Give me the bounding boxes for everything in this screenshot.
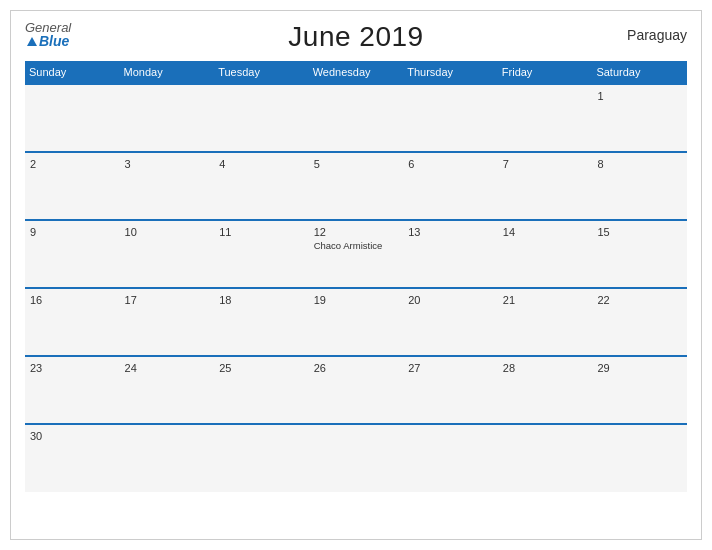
day-cell-1-6: 8	[592, 152, 687, 220]
day-cell-0-6: 1	[592, 84, 687, 152]
day-cell-3-1: 17	[120, 288, 215, 356]
day-number: 7	[503, 158, 588, 170]
day-cell-5-1	[120, 424, 215, 492]
day-cell-0-2	[214, 84, 309, 152]
day-cell-4-3: 26	[309, 356, 404, 424]
day-number: 5	[314, 158, 399, 170]
day-cell-3-0: 16	[25, 288, 120, 356]
day-cell-1-0: 2	[25, 152, 120, 220]
day-number: 29	[597, 362, 682, 374]
day-number: 24	[125, 362, 210, 374]
day-cell-2-5: 14	[498, 220, 593, 288]
day-cell-5-6	[592, 424, 687, 492]
day-number: 10	[125, 226, 210, 238]
day-cell-1-4: 6	[403, 152, 498, 220]
day-cell-4-1: 24	[120, 356, 215, 424]
header-wednesday: Wednesday	[309, 61, 404, 84]
day-number: 17	[125, 294, 210, 306]
header-sunday: Sunday	[25, 61, 120, 84]
calendar-title: June 2019	[288, 21, 423, 53]
day-cell-0-1	[120, 84, 215, 152]
header-monday: Monday	[120, 61, 215, 84]
day-cell-2-6: 15	[592, 220, 687, 288]
day-number: 23	[30, 362, 115, 374]
day-number: 9	[30, 226, 115, 238]
logo: General Blue	[25, 21, 71, 48]
day-number: 27	[408, 362, 493, 374]
day-cell-5-0: 30	[25, 424, 120, 492]
week-row-2: 9101112Chaco Armistice131415	[25, 220, 687, 288]
day-cell-4-6: 29	[592, 356, 687, 424]
day-number: 3	[125, 158, 210, 170]
week-row-3: 16171819202122	[25, 288, 687, 356]
day-number: 6	[408, 158, 493, 170]
day-cell-0-0	[25, 84, 120, 152]
day-cell-3-5: 21	[498, 288, 593, 356]
day-number: 19	[314, 294, 399, 306]
day-number: 26	[314, 362, 399, 374]
day-number: 28	[503, 362, 588, 374]
day-number: 11	[219, 226, 304, 238]
day-cell-0-4	[403, 84, 498, 152]
calendar-grid: Sunday Monday Tuesday Wednesday Thursday…	[25, 61, 687, 492]
day-cell-4-2: 25	[214, 356, 309, 424]
header-thursday: Thursday	[403, 61, 498, 84]
header-friday: Friday	[498, 61, 593, 84]
week-row-1: 2345678	[25, 152, 687, 220]
day-cell-2-0: 9	[25, 220, 120, 288]
day-cell-2-2: 11	[214, 220, 309, 288]
day-number: 22	[597, 294, 682, 306]
event-label: Chaco Armistice	[314, 240, 399, 251]
day-number: 8	[597, 158, 682, 170]
day-cell-1-2: 4	[214, 152, 309, 220]
calendar-wrapper: General Blue June 2019 Paraguay Sunday M…	[10, 10, 702, 540]
day-number: 15	[597, 226, 682, 238]
day-cell-3-2: 18	[214, 288, 309, 356]
day-number: 21	[503, 294, 588, 306]
days-header-row: Sunday Monday Tuesday Wednesday Thursday…	[25, 61, 687, 84]
day-cell-5-4	[403, 424, 498, 492]
day-number: 1	[597, 90, 682, 102]
day-cell-1-3: 5	[309, 152, 404, 220]
header-saturday: Saturday	[592, 61, 687, 84]
day-number: 12	[314, 226, 399, 238]
day-cell-3-4: 20	[403, 288, 498, 356]
day-cell-2-4: 13	[403, 220, 498, 288]
day-cell-4-5: 28	[498, 356, 593, 424]
day-cell-1-5: 7	[498, 152, 593, 220]
week-row-5: 30	[25, 424, 687, 492]
calendar-header: General Blue June 2019 Paraguay	[25, 21, 687, 53]
day-cell-2-3: 12Chaco Armistice	[309, 220, 404, 288]
day-number: 16	[30, 294, 115, 306]
day-cell-0-3	[309, 84, 404, 152]
day-cell-0-5	[498, 84, 593, 152]
day-number: 20	[408, 294, 493, 306]
week-row-4: 23242526272829	[25, 356, 687, 424]
day-cell-5-5	[498, 424, 593, 492]
day-cell-4-0: 23	[25, 356, 120, 424]
day-number: 2	[30, 158, 115, 170]
day-number: 25	[219, 362, 304, 374]
day-cell-5-3	[309, 424, 404, 492]
logo-triangle-icon	[27, 37, 37, 46]
day-cell-4-4: 27	[403, 356, 498, 424]
logo-blue-text: Blue	[39, 34, 69, 48]
day-number: 13	[408, 226, 493, 238]
day-number: 4	[219, 158, 304, 170]
header-tuesday: Tuesday	[214, 61, 309, 84]
day-number: 18	[219, 294, 304, 306]
day-cell-1-1: 3	[120, 152, 215, 220]
day-cell-2-1: 10	[120, 220, 215, 288]
day-number: 14	[503, 226, 588, 238]
country-label: Paraguay	[627, 27, 687, 43]
day-cell-3-3: 19	[309, 288, 404, 356]
week-row-0: 1	[25, 84, 687, 152]
day-cell-3-6: 22	[592, 288, 687, 356]
day-cell-5-2	[214, 424, 309, 492]
day-number: 30	[30, 430, 115, 442]
